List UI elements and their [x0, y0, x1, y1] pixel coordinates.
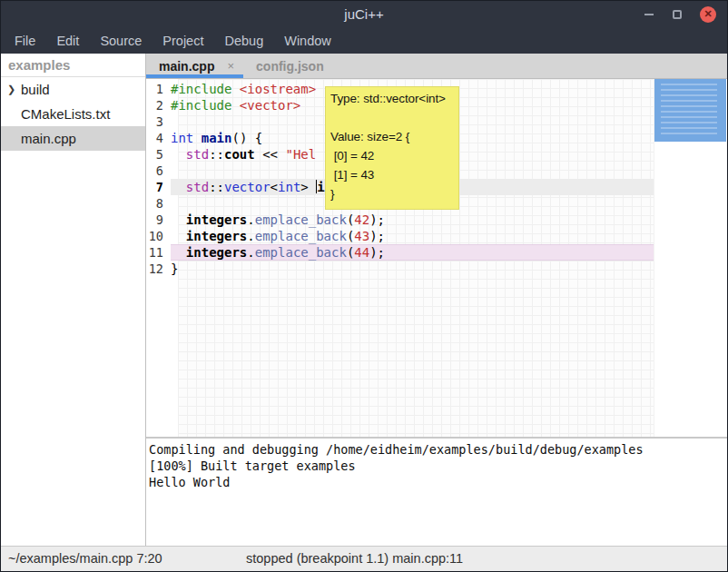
line-content[interactable]: integers.emplace_back(44); — [171, 244, 654, 261]
line-content[interactable]: integers.emplace_back(42); — [171, 212, 654, 228]
minimap[interactable] — [654, 79, 727, 437]
tooltip-line: Type: std::vector<int> — [330, 89, 454, 108]
tree-item-cmakelists.txt[interactable]: CMakeLists.txt — [1, 102, 145, 126]
tab-label: main.cpp — [159, 59, 214, 74]
code-line: 11 integers.emplace_back(44); — [146, 244, 654, 261]
project-name-header: examples — [1, 54, 145, 77]
tab-bar: main.cpp×config.json — [146, 54, 727, 79]
tooltip-line: } — [330, 184, 454, 203]
line-number[interactable]: 12 — [146, 261, 171, 277]
line-number[interactable]: 11 — [146, 244, 171, 261]
restore-icon[interactable] — [673, 10, 682, 19]
file-tree: ❯buildCMakeLists.txtmain.cpp — [1, 77, 145, 151]
menu-bar: FileEditSourceProjectDebugWindow — [1, 27, 727, 54]
tree-item-label: CMakeLists.txt — [21, 106, 110, 122]
window-title: juCi++ — [344, 6, 383, 22]
line-number[interactable]: 8 — [146, 195, 171, 212]
tree-item-label: main.cpp — [21, 131, 76, 146]
app-window: juCi++ ✕ FileEditSourceProjectDebugWindo… — [0, 0, 728, 572]
file-tree-panel: examples ❯buildCMakeLists.txtmain.cpp — [1, 54, 146, 546]
tooltip-line: [0] = 42 — [330, 146, 454, 165]
code-line: 9 integers.emplace_back(42); — [146, 212, 654, 228]
line-number[interactable]: 5 — [146, 146, 171, 163]
main-body: examples ❯buildCMakeLists.txtmain.cpp ma… — [1, 54, 727, 546]
status-file-position: ~/examples/main.cpp 7:20 — [8, 551, 162, 566]
tab-config.json[interactable]: config.json — [243, 54, 333, 78]
editor-pane: main.cpp×config.json 1#include <iostream… — [146, 54, 727, 546]
tree-item-label: build — [21, 82, 50, 97]
menu-item-file[interactable]: File — [11, 31, 39, 51]
tooltip-line: [1] = 43 — [330, 165, 454, 184]
line-content[interactable]: integers.emplace_back(43); — [171, 228, 654, 244]
output-line: Compiling and debugging /home/eidheim/ex… — [149, 441, 727, 458]
line-number[interactable]: 6 — [146, 163, 171, 179]
tooltip-line — [330, 108, 454, 127]
close-icon[interactable]: ✕ — [700, 6, 716, 23]
chevron-right-icon[interactable]: ❯ — [7, 84, 20, 95]
minimap-viewport[interactable] — [654, 79, 726, 142]
line-number[interactable]: 3 — [146, 113, 171, 130]
menu-item-project[interactable]: Project — [159, 31, 207, 51]
menu-item-debug[interactable]: Debug — [221, 31, 267, 51]
line-content[interactable]: } — [171, 261, 654, 277]
line-number[interactable]: 2 — [146, 97, 171, 113]
tree-item-build[interactable]: ❯build — [1, 77, 145, 102]
debug-value-tooltip: Type: std::vector<int>Value: size=2 { [0… — [325, 86, 459, 210]
line-number[interactable]: 4 — [146, 130, 171, 146]
line-number[interactable]: 10 — [146, 228, 171, 244]
tree-item-main.cpp[interactable]: main.cpp — [1, 126, 145, 151]
minimap-code-lines — [661, 84, 717, 134]
status-bar: ~/examples/main.cpp 7:20 stopped (breakp… — [1, 546, 727, 571]
code-editor[interactable]: 1#include <iostream>2#include <vector>34… — [146, 79, 727, 437]
close-tab-icon[interactable]: × — [227, 59, 234, 73]
menu-item-window[interactable]: Window — [280, 31, 335, 51]
output-line: [100%] Built target examples — [149, 458, 727, 474]
tab-label: config.json — [256, 59, 324, 74]
minimize-icon[interactable] — [644, 9, 654, 20]
title-bar[interactable]: juCi++ ✕ — [1, 1, 727, 27]
window-controls: ✕ — [644, 1, 716, 27]
menu-item-source[interactable]: Source — [96, 31, 145, 51]
tab-main.cpp[interactable]: main.cpp× — [146, 54, 243, 78]
code-line: 12} — [146, 261, 654, 277]
status-debug-state: stopped (breakpoint 1.1) main.cpp:11 — [246, 551, 463, 566]
output-console[interactable]: Compiling and debugging /home/eidheim/ex… — [146, 437, 727, 547]
tooltip-line: Value: size=2 { — [330, 127, 454, 146]
line-number[interactable]: 7 — [146, 179, 171, 195]
line-number[interactable]: 1 — [146, 81, 171, 97]
code-line: 10 integers.emplace_back(43); — [146, 228, 654, 244]
line-number[interactable]: 9 — [146, 212, 171, 228]
output-line: Hello World — [149, 474, 727, 490]
menu-item-edit[interactable]: Edit — [53, 31, 83, 51]
